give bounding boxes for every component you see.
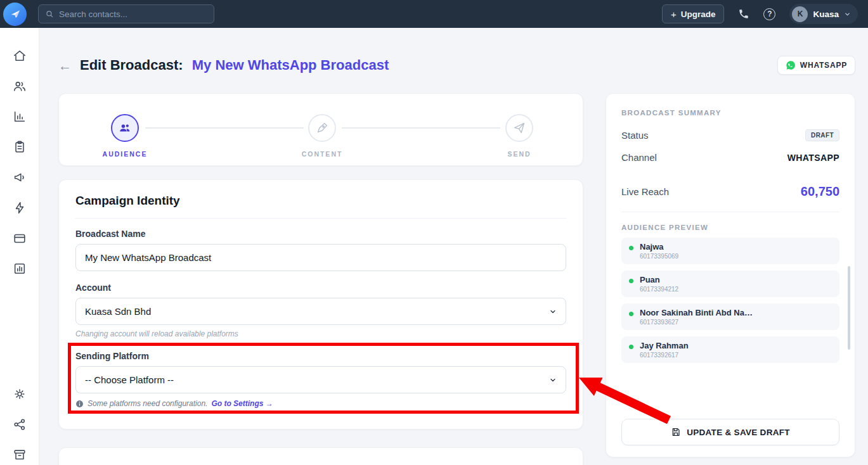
send-step-circle bbox=[505, 114, 533, 142]
step-label: SEND bbox=[481, 150, 557, 158]
divider bbox=[621, 212, 839, 212]
sidebar-reports-icon[interactable] bbox=[12, 261, 27, 276]
main-content: ← Edit Broadcast: My New WhatsApp Broadc… bbox=[39, 28, 868, 465]
platform-hint: Some platforms need configuration. bbox=[87, 399, 207, 408]
help-icon[interactable]: ? bbox=[763, 8, 775, 20]
contact-name: Najwa bbox=[640, 242, 678, 252]
sidebar-analytics-icon[interactable] bbox=[12, 109, 27, 124]
account-hint: Changing account will reload available p… bbox=[75, 329, 566, 338]
stepper-connector bbox=[145, 127, 304, 129]
campaign-title: Campaign Identity bbox=[75, 194, 566, 219]
sidebar bbox=[0, 28, 39, 465]
info-icon bbox=[75, 400, 84, 408]
channel-row: Channel WHATSAPP bbox=[621, 152, 839, 163]
campaign-identity-card: Campaign Identity Broadcast Name Account… bbox=[58, 179, 583, 430]
broadcast-name-label: Broadcast Name bbox=[75, 229, 566, 239]
sidebar-home-icon[interactable] bbox=[12, 48, 27, 63]
live-reach-row: Live Reach 60,750 bbox=[621, 184, 839, 199]
page-title: Edit Broadcast: My New WhatsApp Broadcas… bbox=[80, 57, 389, 73]
paper-plane-logo-icon bbox=[8, 7, 22, 21]
live-reach-label: Live Reach bbox=[621, 186, 669, 197]
audience-contact-row[interactable]: Najwa 60173395069 bbox=[621, 238, 839, 264]
audience-contact-row[interactable]: Puan 60173394212 bbox=[621, 271, 839, 297]
user-menu[interactable]: K Kuasa bbox=[789, 4, 858, 24]
sidebar-contacts-icon[interactable] bbox=[12, 79, 27, 94]
page: + Upgrade ? K Kuasa bbox=[0, 0, 868, 465]
sidebar-broadcast-icon[interactable] bbox=[12, 170, 27, 185]
account-select[interactable]: Kuasa Sdn Bhd bbox=[75, 298, 566, 325]
step-label: CONTENT bbox=[284, 150, 360, 158]
phone-icon[interactable] bbox=[738, 8, 749, 20]
page-header: ← Edit Broadcast: My New WhatsApp Broadc… bbox=[58, 56, 855, 75]
step-label: AUDIENCE bbox=[87, 150, 163, 158]
stepper-connector bbox=[342, 127, 500, 129]
sidebar-archive-icon[interactable] bbox=[12, 447, 27, 462]
contact-search bbox=[38, 4, 214, 23]
stepper-card: AUDIENCE CONTENT SEND bbox=[58, 93, 583, 166]
sidebar-orders-icon[interactable] bbox=[12, 139, 27, 155]
audience-step-circle bbox=[111, 114, 139, 142]
back-icon[interactable]: ← bbox=[58, 59, 72, 72]
step-content[interactable]: CONTENT bbox=[284, 114, 360, 158]
next-section-card bbox=[58, 447, 583, 465]
upgrade-label: Upgrade bbox=[681, 10, 716, 19]
contact-phone: 60173395069 bbox=[640, 253, 678, 260]
broadcast-summary-card: BROADCAST SUMMARY Status DRAFT Channel W… bbox=[606, 93, 855, 457]
channel-value: WHATSAPP bbox=[787, 153, 839, 163]
plus-icon: + bbox=[671, 9, 677, 20]
search-input[interactable] bbox=[59, 10, 207, 19]
channel-pill-label: WHATSAPP bbox=[800, 61, 847, 70]
contact-phone: 60173394212 bbox=[640, 286, 678, 293]
topbar-right: + Upgrade ? K Kuasa bbox=[662, 4, 858, 24]
broadcast-name-input[interactable] bbox=[75, 244, 566, 271]
update-save-draft-button[interactable]: UPDATE & SAVE DRAFT bbox=[621, 419, 839, 445]
step-send[interactable]: SEND bbox=[481, 114, 557, 158]
contact-meta: Najwa 60173395069 bbox=[640, 242, 678, 260]
audience-contact-row[interactable]: Jay Rahman 60173392617 bbox=[621, 336, 839, 363]
online-status-dot bbox=[629, 312, 633, 316]
search-icon bbox=[45, 10, 54, 18]
platform-label: Sending Platform bbox=[75, 351, 566, 361]
channel-label: Channel bbox=[621, 152, 657, 163]
account-select-value: Kuasa Sdn Bhd bbox=[85, 306, 151, 317]
upgrade-button[interactable]: + Upgrade bbox=[662, 4, 725, 23]
contact-name: Jay Rahman bbox=[640, 341, 689, 350]
contact-meta: Jay Rahman 60173392617 bbox=[640, 341, 689, 359]
sidebar-billing-icon[interactable] bbox=[12, 231, 27, 246]
sidebar-automation-icon[interactable] bbox=[12, 200, 27, 215]
save-button-label: UPDATE & SAVE DRAFT bbox=[687, 428, 790, 437]
app-logo[interactable] bbox=[3, 3, 27, 26]
audience-preview-title: AUDIENCE PREVIEW bbox=[621, 224, 839, 231]
paper-plane-icon bbox=[512, 121, 526, 135]
account-label: Account bbox=[75, 283, 566, 293]
contact-phone: 60173392617 bbox=[640, 352, 689, 359]
contact-phone: 60173393627 bbox=[640, 319, 753, 326]
audience-scrollbar[interactable] bbox=[848, 266, 850, 350]
chevron-down-icon bbox=[844, 11, 851, 18]
platform-hint-row: Some platforms need configuration. Go to… bbox=[75, 399, 566, 408]
online-status-dot bbox=[629, 279, 633, 283]
audience-contact-row[interactable]: Noor Sakinah Binti Abd Na… 60173393627 bbox=[621, 303, 839, 330]
sidebar-integrations-icon[interactable] bbox=[12, 417, 27, 432]
page-title-prefix: Edit Broadcast: bbox=[80, 57, 183, 73]
step-audience[interactable]: AUDIENCE bbox=[87, 114, 163, 158]
go-to-settings-link[interactable]: Go to Settings → bbox=[211, 399, 273, 408]
chevron-down-icon bbox=[549, 308, 557, 315]
channel-pill[interactable]: WHATSAPP bbox=[777, 56, 855, 75]
topbar: + Upgrade ? K Kuasa bbox=[0, 0, 868, 28]
user-name: Kuasa bbox=[813, 10, 839, 19]
sidebar-settings-icon[interactable] bbox=[12, 386, 27, 402]
pen-icon bbox=[315, 121, 329, 135]
contact-name: Noor Sakinah Binti Abd Na… bbox=[640, 308, 753, 317]
help-glyph: ? bbox=[767, 10, 772, 18]
online-status-dot bbox=[629, 246, 633, 250]
whatsapp-icon bbox=[786, 60, 796, 70]
content-step-circle bbox=[308, 114, 336, 142]
platform-select[interactable]: -- Choose Platform -- bbox=[75, 366, 566, 393]
save-icon bbox=[671, 427, 681, 437]
contact-name: Puan bbox=[640, 275, 678, 284]
status-row: Status DRAFT bbox=[621, 129, 839, 141]
status-label: Status bbox=[621, 130, 649, 141]
online-status-dot bbox=[629, 345, 633, 349]
summary-title: BROADCAST SUMMARY bbox=[621, 109, 839, 117]
